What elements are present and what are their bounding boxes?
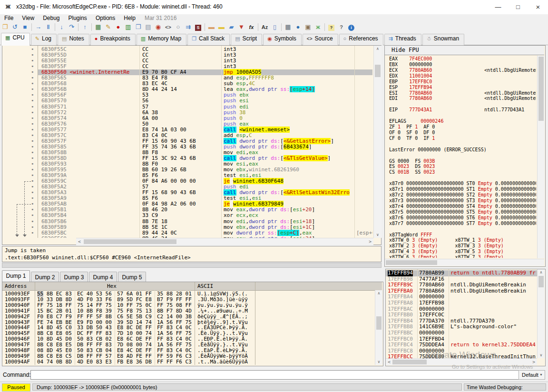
scroll-left-icon[interactable]: < xyxy=(387,360,391,364)
scroll-up-icon[interactable]: ∧ xyxy=(538,270,545,274)
disasm-row[interactable]: •6B30F57C83 C4 0Cadd esp,C xyxy=(2,133,372,138)
breakpoint-dot-icon[interactable]: • xyxy=(31,219,34,225)
register-line[interactable]: ESP 17EFFB94 xyxy=(389,85,432,90)
register-line[interactable]: EFLAGS 00000246 xyxy=(389,118,443,124)
tab-symbols[interactable]: ◉Symbols xyxy=(263,34,302,46)
attach-button[interactable]: ж xyxy=(313,22,323,32)
registers-horizontal-scrollbar[interactable] xyxy=(385,259,544,266)
memory-map-button[interactable]: ▥ xyxy=(123,22,133,32)
run-button[interactable]: → xyxy=(33,22,43,32)
register-line[interactable]: GS 0000 FS 003B xyxy=(389,158,435,164)
open-file-button[interactable]: ❐ xyxy=(0,22,10,32)
threads-button[interactable]: ⇉ xyxy=(183,22,193,32)
internet-button[interactable]: ● xyxy=(293,22,303,32)
tab-log[interactable]: ✎Log xyxy=(31,34,57,46)
dump-vertical-scrollbar[interactable]: ∧ ∨ xyxy=(375,290,382,365)
register-line[interactable]: x87TW_6 3 (Empty) x87TW_7 3 (Empty) xyxy=(389,255,504,258)
hide-fpu-button[interactable]: Hide FPU xyxy=(385,46,544,55)
register-line[interactable]: EDI 7780AB60<ntdll.DbgUiRemoteBreakin> xyxy=(389,96,432,101)
scroll-down-icon[interactable]: ∨ xyxy=(538,353,545,357)
disasm-row[interactable]: •6B30F5B68B 7E 18mov edi,dword ptr ds:[e… xyxy=(2,219,372,225)
register-line[interactable]: ECX 7780AB60<ntdll.DbgUiRemoteBreakin> xyxy=(389,68,432,73)
register-line[interactable]: x87r6 00000000000000000000 ST6 Empty 0.0… xyxy=(389,215,536,221)
about-button[interactable]: i xyxy=(346,22,356,32)
dump-row[interactable]: 100094AF04 74 0B 8D4D E0 83 E3FB E8 36 D… xyxy=(2,359,374,365)
tab-memory-map[interactable]: ▥Memory Map xyxy=(137,34,186,46)
breakpoint-dot-icon[interactable]: • xyxy=(31,138,34,144)
scroll-down-icon[interactable]: ∨ xyxy=(374,233,382,237)
scrollbar-thumb[interactable] xyxy=(386,260,437,265)
menu-view[interactable]: View xyxy=(18,14,39,22)
stack-row[interactable]: 17EFFBBC00000000 xyxy=(386,330,538,336)
breakpoint-dot-icon[interactable]: • xyxy=(31,104,34,110)
dump-row[interactable]: 1000941F15 BC 2B 0110 8B F8 3975 F8 75 1… xyxy=(2,308,374,314)
resources-button[interactable]: ▣ xyxy=(303,22,313,32)
disasm-vertical-scrollbar[interactable]: ∧ ∨ xyxy=(373,46,382,238)
pause-button[interactable]: Ⅱ xyxy=(43,22,53,32)
scrollbar-thumb[interactable] xyxy=(375,65,381,77)
scrollbar-thumb[interactable] xyxy=(84,239,176,244)
register-line[interactable]: x87r0 00000000000000000000 ST0 Empty 0.0… xyxy=(389,181,536,186)
scroll-up-icon[interactable]: ∧ xyxy=(374,47,382,51)
scrollbar-thumb[interactable] xyxy=(376,316,382,330)
register-line[interactable]: x87r2 00000000000000000000 ST2 Empty 0.0… xyxy=(389,192,536,198)
breakpoint-dot-icon[interactable]: • xyxy=(31,98,34,104)
register-line[interactable]: x87TagWord FFFF xyxy=(389,232,432,238)
scrollbar-thumb[interactable] xyxy=(392,360,427,364)
bookmark-button[interactable]: ▼ xyxy=(236,22,246,32)
register-line[interactable]: x87r4 00000000000000000000 ST4 Empty 0.0… xyxy=(389,204,536,209)
cpu-button[interactable]: ▦ xyxy=(93,22,103,32)
tab-dump-1[interactable]: Dump 1 xyxy=(2,270,30,282)
breakpoint-dot-icon[interactable]: • xyxy=(31,225,34,230)
tab-threads[interactable]: ⇉Threads xyxy=(384,34,421,46)
breakpoint-dot-icon[interactable]: • xyxy=(31,127,34,133)
register-line[interactable]: EBP 17EFFBC0 xyxy=(389,79,432,85)
maximize-button[interactable]: □ xyxy=(508,0,528,14)
menu-options[interactable]: Options xyxy=(91,14,119,22)
label-button[interactable]: ▰ xyxy=(226,22,236,32)
close-button[interactable]: × xyxy=(528,0,548,14)
scrollbar-thumb[interactable] xyxy=(538,276,544,287)
menu-help[interactable]: Help xyxy=(119,14,140,22)
register-line[interactable]: x87TW_0 3 (Empty) x87TW_1 3 (Empty) xyxy=(389,237,504,243)
scroll-down-icon[interactable]: ∨ xyxy=(375,360,382,364)
breakpoint-dot-icon[interactable]: • xyxy=(31,133,34,138)
breakpoint-dot-icon[interactable]: • xyxy=(31,230,34,236)
stack-vertical-scrollbar[interactable]: ∧ ∨ xyxy=(537,269,545,358)
stack-row[interactable]: 17EFFB947780AB99return to ntdll.7780AB99… xyxy=(386,270,538,276)
log-button[interactable]: ✎ xyxy=(103,22,113,32)
tab-snowman[interactable]: ☃Snowman xyxy=(422,34,464,46)
disasm-horizontal-scrollbar[interactable]: < > xyxy=(76,238,373,245)
dump-row[interactable]: 1000940FFF 75 18 FF75 14 FF 7510 FF 75 0… xyxy=(2,303,374,308)
tab-dump-3[interactable]: Dump 3 xyxy=(60,272,88,282)
modules-button[interactable]: ▯ xyxy=(270,22,280,32)
minimize-button[interactable]: — xyxy=(488,0,508,14)
register-line[interactable]: CF 0 TF 0 IF 1 xyxy=(389,136,435,141)
tab-notes[interactable]: ▤Notes xyxy=(58,34,89,46)
disasm-row[interactable]: •6B30F5B433 C9xor ecx,ecx xyxy=(2,213,372,218)
tab-call-stack[interactable]: ❐Call Stack xyxy=(187,34,230,46)
step-into-button[interactable]: ↓ xyxy=(57,22,67,32)
menu-debug[interactable]: Debug xyxy=(39,14,64,22)
register-line[interactable]: EBX 00000000 xyxy=(389,62,432,68)
step-out-button[interactable]: ↑ xyxy=(80,22,90,32)
register-line[interactable]: x87r1 00000000000000000000 ST1 Empty 0.0… xyxy=(389,186,536,192)
menu-plugins[interactable]: Plugins xyxy=(64,14,91,22)
symbols-button[interactable]: ◉ xyxy=(153,22,163,32)
register-line[interactable]: x87r7 00000000000000000000 ST7 Empty 0.0… xyxy=(389,221,536,226)
breakpoint-dot-icon[interactable]: • xyxy=(31,213,34,218)
tab-breakpoints[interactable]: ●Breakpoints xyxy=(90,34,136,46)
register-line[interactable]: EDX 11001004 xyxy=(389,73,432,79)
menu-file[interactable]: File xyxy=(0,14,18,22)
register-line[interactable]: x87r3 00000000000000000000 ST3 Empty 0.0… xyxy=(389,198,536,204)
shortcuts-button[interactable]: ? xyxy=(336,22,346,32)
scroll-up-icon[interactable]: ∧ xyxy=(375,291,382,295)
breakpoint-button[interactable]: ● xyxy=(113,22,123,32)
disasm-row[interactable]: •6B30F57650push eax xyxy=(2,121,372,127)
patch-button[interactable]: ▬ xyxy=(206,22,216,32)
register-line[interactable]: ZF 1 PF 1 AF 0 xyxy=(389,124,435,130)
comment-button[interactable]: ▬ xyxy=(216,22,226,32)
breakpoint-dot-icon[interactable]: • xyxy=(31,121,34,127)
references-button[interactable]: ○ xyxy=(173,22,183,32)
case-sensitive-button[interactable]: Az xyxy=(260,22,270,32)
